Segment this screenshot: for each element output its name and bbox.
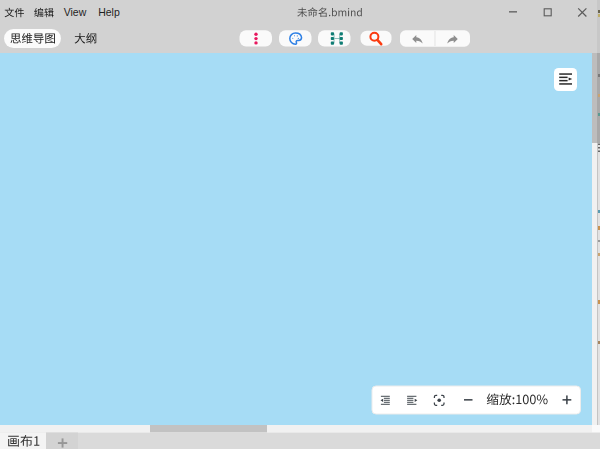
svg-text:Help: Help [98, 6, 120, 18]
svg-text:View: View [64, 6, 87, 18]
